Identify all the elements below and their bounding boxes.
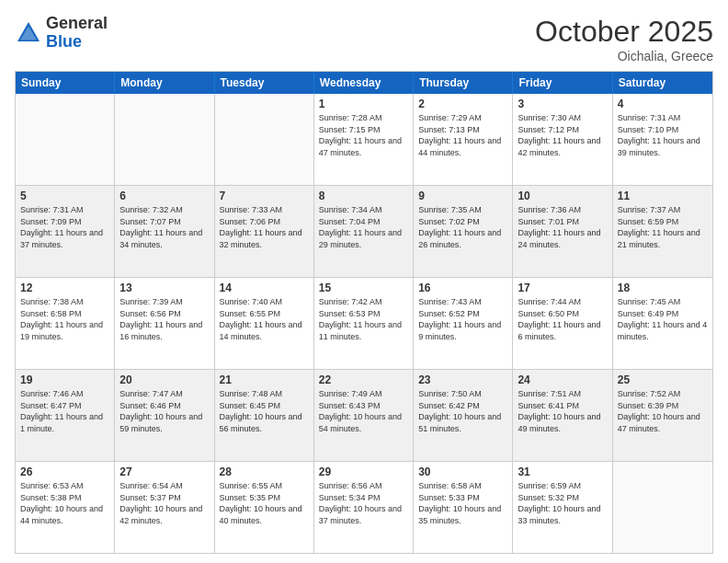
day-details: Sunrise: 7:51 AM Sunset: 6:41 PM Dayligh… xyxy=(518,388,607,434)
day-number: 16 xyxy=(418,282,507,294)
calendar-cell: 17Sunrise: 7:44 AM Sunset: 6:50 PM Dayli… xyxy=(513,278,612,369)
day-details: Sunrise: 7:42 AM Sunset: 6:53 PM Dayligh… xyxy=(319,296,408,342)
day-number: 25 xyxy=(618,373,708,386)
day-number: 29 xyxy=(319,465,408,478)
day-number: 5 xyxy=(20,190,109,202)
calendar-cell xyxy=(115,94,214,185)
day-details: Sunrise: 6:54 AM Sunset: 5:37 PM Dayligh… xyxy=(119,480,209,526)
day-number: 6 xyxy=(119,190,209,202)
day-details: Sunrise: 7:50 AM Sunset: 6:42 PM Dayligh… xyxy=(418,388,507,434)
day-number: 12 xyxy=(20,282,109,294)
day-number: 8 xyxy=(319,190,408,202)
calendar-header: SundayMondayTuesdayWednesdayThursdayFrid… xyxy=(16,72,712,94)
calendar-cell: 22Sunrise: 7:49 AM Sunset: 6:43 PM Dayli… xyxy=(314,370,414,461)
calendar-cell: 3Sunrise: 7:30 AM Sunset: 7:12 PM Daylig… xyxy=(513,94,612,185)
day-number: 22 xyxy=(319,373,408,386)
logo-text: General Blue xyxy=(46,15,108,52)
day-number: 7 xyxy=(220,190,309,202)
logo-blue: Blue xyxy=(46,33,108,52)
calendar-cell: 16Sunrise: 7:43 AM Sunset: 6:52 PM Dayli… xyxy=(414,278,513,369)
calendar-cell: 19Sunrise: 7:46 AM Sunset: 6:47 PM Dayli… xyxy=(16,370,115,461)
calendar-cell: 11Sunrise: 7:37 AM Sunset: 6:59 PM Dayli… xyxy=(613,186,712,277)
calendar-row-2: 5Sunrise: 7:31 AM Sunset: 7:09 PM Daylig… xyxy=(16,185,712,277)
day-details: Sunrise: 6:55 AM Sunset: 5:35 PM Dayligh… xyxy=(220,480,309,526)
calendar-cell: 7Sunrise: 7:33 AM Sunset: 7:06 PM Daylig… xyxy=(215,186,314,277)
day-details: Sunrise: 7:35 AM Sunset: 7:02 PM Dayligh… xyxy=(418,204,507,250)
logo: General Blue xyxy=(15,15,108,52)
day-number: 26 xyxy=(20,465,109,478)
day-number: 13 xyxy=(119,282,209,294)
day-number: 30 xyxy=(418,465,507,478)
calendar-cell: 30Sunrise: 6:58 AM Sunset: 5:33 PM Dayli… xyxy=(414,462,513,553)
day-details: Sunrise: 6:56 AM Sunset: 5:34 PM Dayligh… xyxy=(319,480,408,526)
calendar-cell: 2Sunrise: 7:29 AM Sunset: 7:13 PM Daylig… xyxy=(414,94,513,185)
day-number: 20 xyxy=(119,373,209,386)
day-number: 19 xyxy=(20,373,109,386)
header-day-sunday: Sunday xyxy=(16,72,115,94)
calendar-cell: 10Sunrise: 7:36 AM Sunset: 7:01 PM Dayli… xyxy=(513,186,612,277)
header-day-monday: Monday xyxy=(115,72,214,94)
calendar-body: 1Sunrise: 7:28 AM Sunset: 7:15 PM Daylig… xyxy=(16,94,712,553)
day-details: Sunrise: 7:47 AM Sunset: 6:46 PM Dayligh… xyxy=(119,388,209,434)
calendar-cell xyxy=(215,94,314,185)
calendar-cell: 5Sunrise: 7:31 AM Sunset: 7:09 PM Daylig… xyxy=(16,186,115,277)
day-details: Sunrise: 7:44 AM Sunset: 6:50 PM Dayligh… xyxy=(518,296,607,342)
calendar-cell: 1Sunrise: 7:28 AM Sunset: 7:15 PM Daylig… xyxy=(314,94,414,185)
calendar-cell xyxy=(613,462,712,553)
day-details: Sunrise: 7:31 AM Sunset: 7:09 PM Dayligh… xyxy=(20,204,109,250)
month-title: October 2025 xyxy=(535,15,713,49)
calendar-cell: 6Sunrise: 7:32 AM Sunset: 7:07 PM Daylig… xyxy=(115,186,214,277)
day-details: Sunrise: 7:46 AM Sunset: 6:47 PM Dayligh… xyxy=(20,388,109,434)
day-number: 21 xyxy=(220,373,309,386)
day-number: 4 xyxy=(618,98,708,110)
calendar-cell: 26Sunrise: 6:53 AM Sunset: 5:38 PM Dayli… xyxy=(16,462,115,553)
header-day-friday: Friday xyxy=(513,72,612,94)
calendar-cell: 21Sunrise: 7:48 AM Sunset: 6:45 PM Dayli… xyxy=(215,370,314,461)
day-details: Sunrise: 7:52 AM Sunset: 6:39 PM Dayligh… xyxy=(618,388,708,434)
calendar-cell: 13Sunrise: 7:39 AM Sunset: 6:56 PM Dayli… xyxy=(115,278,214,369)
day-details: Sunrise: 7:43 AM Sunset: 6:52 PM Dayligh… xyxy=(418,296,507,342)
day-details: Sunrise: 7:32 AM Sunset: 7:07 PM Dayligh… xyxy=(119,204,209,250)
day-number: 18 xyxy=(618,282,708,294)
calendar-row-5: 26Sunrise: 6:53 AM Sunset: 5:38 PM Dayli… xyxy=(16,461,712,553)
day-details: Sunrise: 7:49 AM Sunset: 6:43 PM Dayligh… xyxy=(319,388,408,434)
day-number: 2 xyxy=(418,98,507,110)
title-block: October 2025 Oichalia, Greece xyxy=(535,15,713,63)
day-number: 14 xyxy=(220,282,309,294)
day-details: Sunrise: 7:38 AM Sunset: 6:58 PM Dayligh… xyxy=(20,296,109,342)
day-number: 10 xyxy=(518,190,607,202)
calendar-cell: 31Sunrise: 6:59 AM Sunset: 5:32 PM Dayli… xyxy=(513,462,612,553)
calendar-cell: 27Sunrise: 6:54 AM Sunset: 5:37 PM Dayli… xyxy=(115,462,214,553)
day-number: 15 xyxy=(319,282,408,294)
calendar-cell: 18Sunrise: 7:45 AM Sunset: 6:49 PM Dayli… xyxy=(613,278,712,369)
day-details: Sunrise: 7:33 AM Sunset: 7:06 PM Dayligh… xyxy=(220,204,309,250)
day-details: Sunrise: 6:59 AM Sunset: 5:32 PM Dayligh… xyxy=(518,480,607,526)
logo-general: General xyxy=(46,15,108,33)
day-details: Sunrise: 7:37 AM Sunset: 6:59 PM Dayligh… xyxy=(618,204,708,250)
header: General Blue October 2025 Oichalia, Gree… xyxy=(15,15,713,63)
day-number: 28 xyxy=(220,465,309,478)
calendar-row-1: 1Sunrise: 7:28 AM Sunset: 7:15 PM Daylig… xyxy=(16,94,712,185)
day-details: Sunrise: 7:28 AM Sunset: 7:15 PM Dayligh… xyxy=(319,112,408,158)
page: General Blue October 2025 Oichalia, Gree… xyxy=(0,0,728,563)
calendar: SundayMondayTuesdayWednesdayThursdayFrid… xyxy=(15,71,713,554)
day-number: 3 xyxy=(518,98,607,110)
day-number: 11 xyxy=(618,190,708,202)
calendar-cell xyxy=(16,94,115,185)
calendar-cell: 29Sunrise: 6:56 AM Sunset: 5:34 PM Dayli… xyxy=(314,462,414,553)
day-details: Sunrise: 6:53 AM Sunset: 5:38 PM Dayligh… xyxy=(20,480,109,526)
calendar-cell: 15Sunrise: 7:42 AM Sunset: 6:53 PM Dayli… xyxy=(314,278,414,369)
day-details: Sunrise: 7:31 AM Sunset: 7:10 PM Dayligh… xyxy=(618,112,708,158)
calendar-cell: 4Sunrise: 7:31 AM Sunset: 7:10 PM Daylig… xyxy=(613,94,712,185)
day-number: 9 xyxy=(418,190,507,202)
location-subtitle: Oichalia, Greece xyxy=(535,49,713,63)
header-day-saturday: Saturday xyxy=(613,72,712,94)
logo-icon xyxy=(15,19,42,47)
day-details: Sunrise: 7:45 AM Sunset: 6:49 PM Dayligh… xyxy=(618,296,708,342)
calendar-row-4: 19Sunrise: 7:46 AM Sunset: 6:47 PM Dayli… xyxy=(16,369,712,461)
calendar-cell: 8Sunrise: 7:34 AM Sunset: 7:04 PM Daylig… xyxy=(314,186,414,277)
calendar-cell: 25Sunrise: 7:52 AM Sunset: 6:39 PM Dayli… xyxy=(613,370,712,461)
header-day-thursday: Thursday xyxy=(414,72,513,94)
calendar-row-3: 12Sunrise: 7:38 AM Sunset: 6:58 PM Dayli… xyxy=(16,277,712,369)
header-day-tuesday: Tuesday xyxy=(215,72,314,94)
